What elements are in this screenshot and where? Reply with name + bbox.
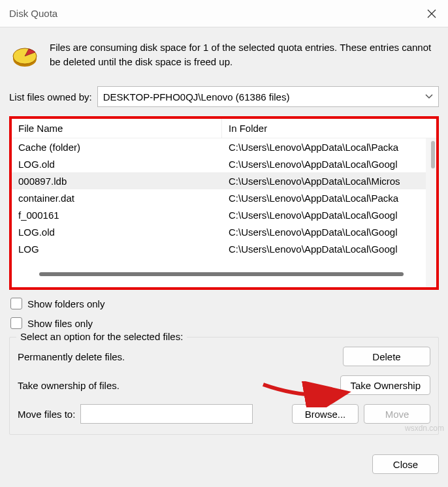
file-name-cell: container.dat	[12, 193, 222, 204]
owned-by-select[interactable]: DESKTOP-PFHO0QJ\Lenovo (61386 files)	[97, 86, 439, 107]
file-name-cell: 000897.ldb	[12, 176, 222, 187]
file-folder-cell: C:\Users\Lenovo\AppData\Local\Googl	[222, 227, 436, 238]
vertical-scrollbar[interactable]	[426, 138, 436, 287]
chevron-down-icon	[425, 92, 433, 101]
move-button: Move	[364, 404, 430, 424]
browse-button[interactable]: Browse...	[292, 404, 359, 424]
file-folder-cell: C:\Users\Lenovo\AppData\Local\Packa	[222, 193, 436, 204]
table-row[interactable]: LOG.oldC:\Users\Lenovo\AppData\Local\Goo…	[12, 155, 436, 172]
file-list-box: File Name In Folder Cache (folder)C:\Use…	[9, 116, 439, 290]
owned-by-label: List files owned by:	[9, 91, 92, 102]
column-file-name[interactable]: File Name	[12, 119, 222, 138]
titlebar: Disk Quota	[0, 0, 448, 27]
file-name-cell: LOG.old	[12, 227, 222, 238]
take-ownership-button[interactable]: Take Ownership	[340, 375, 430, 395]
file-name-cell: Cache (folder)	[12, 142, 222, 153]
table-row[interactable]: LOG.oldC:\Users\Lenovo\AppData\Local\Goo…	[12, 223, 436, 240]
table-row[interactable]: Cache (folder)C:\Users\Lenovo\AppData\Lo…	[12, 138, 436, 155]
horizontal-scrollbar[interactable]	[21, 275, 422, 283]
close-button[interactable]: Close	[372, 454, 439, 474]
file-name-cell: LOG.old	[12, 159, 222, 170]
table-row[interactable]: 000897.ldbC:\Users\Lenovo\AppData\Local\…	[12, 172, 436, 189]
horizontal-scroll-thumb[interactable]	[39, 272, 404, 276]
vertical-scroll-thumb[interactable]	[431, 141, 435, 168]
file-list-header: File Name In Folder	[12, 119, 436, 138]
move-to-label: Move files to:	[18, 409, 75, 420]
file-folder-cell: C:\Users\Lenovo\AppData\Local\Packa	[222, 142, 436, 153]
info-message: Files are consuming disk space for 1 of …	[50, 40, 439, 69]
file-name-cell: LOG	[12, 244, 222, 255]
file-folder-cell: C:\Users\Lenovo\AppData\Local\Googl	[222, 159, 436, 170]
permanently-delete-label: Permanently delete files.	[18, 351, 343, 362]
delete-button[interactable]: Delete	[343, 347, 430, 366]
owned-by-value: DESKTOP-PFHO0QJ\Lenovo (61386 files)	[103, 91, 290, 102]
file-folder-cell: C:\Users\Lenovo\AppData\Local\Googl	[222, 210, 436, 221]
options-group: Select an option for the selected files:…	[9, 337, 439, 435]
file-name-cell: f_000161	[12, 210, 222, 221]
show-files-checkbox[interactable]	[10, 317, 22, 329]
options-group-label: Select an option for the selected files:	[16, 331, 187, 342]
window-title: Disk Quota	[9, 8, 57, 19]
table-row[interactable]: LOGC:\Users\Lenovo\AppData\Local\Googl	[12, 240, 436, 257]
watermark: wsxdn.com	[405, 424, 444, 433]
take-ownership-label: Take ownership of files.	[18, 380, 340, 391]
close-icon[interactable]	[415, 0, 448, 27]
quota-pie-icon	[9, 40, 40, 72]
show-folders-checkbox[interactable]	[10, 298, 22, 309]
move-to-input[interactable]	[80, 404, 253, 424]
show-files-label: Show files only	[27, 318, 93, 329]
column-in-folder[interactable]: In Folder	[222, 119, 436, 138]
file-folder-cell: C:\Users\Lenovo\AppData\Local\Micros	[222, 176, 436, 187]
show-folders-label: Show folders only	[27, 298, 104, 309]
table-row[interactable]: f_000161C:\Users\Lenovo\AppData\Local\Go…	[12, 206, 436, 223]
table-row[interactable]: container.datC:\Users\Lenovo\AppData\Loc…	[12, 189, 436, 206]
file-folder-cell: C:\Users\Lenovo\AppData\Local\Googl	[222, 244, 436, 255]
